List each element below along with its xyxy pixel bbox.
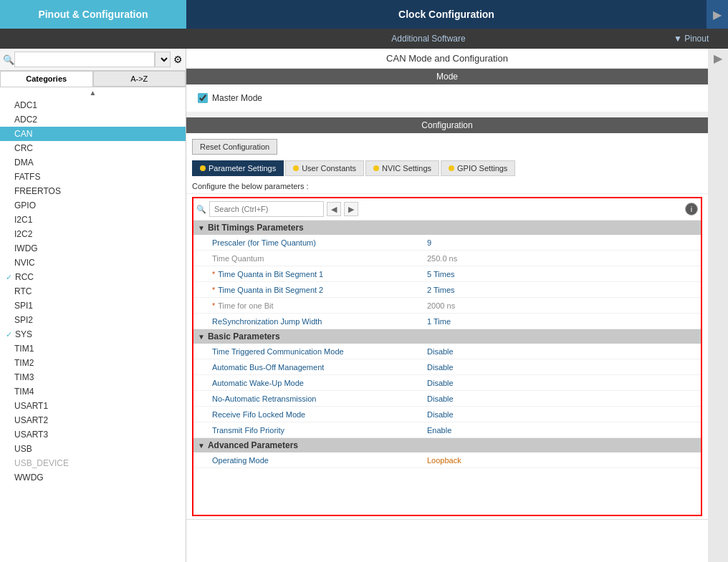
sidebar-item-iwdg[interactable]: IWDG [0, 241, 186, 256]
params-next-button[interactable]: ▶ [344, 202, 358, 216]
config-tab-user[interactable]: User Constants [285, 160, 364, 176]
param-row[interactable]: Time Triggered Communication ModeDisable [193, 344, 701, 359]
param-name: Time Quantum [198, 254, 427, 263]
config-buttons-row: Reset Configuration [186, 133, 708, 160]
master-mode-row: Master Mode [198, 93, 696, 103]
param-row[interactable]: ReSynchronization Jump Width1 Time [193, 314, 701, 329]
sidebar-item-spi1[interactable]: SPI1 [0, 299, 186, 313]
param-row[interactable]: Automatic Wake-Up ModeDisable [193, 375, 701, 391]
mode-content: Master Mode [186, 84, 708, 112]
sidebar-items-list: ADC1ADC2CANCRCDMAFATFSFREERTOSGPIOI2C1I2… [0, 98, 186, 562]
user-tab-label: User Constants [302, 164, 356, 173]
scroll-handle[interactable]: ▶ [714, 52, 722, 65]
sidebar-search-input[interactable] [14, 52, 155, 67]
param-row[interactable]: *Time Quanta in Bit Segment 15 Times [193, 266, 701, 282]
sidebar-item-gpio[interactable]: GPIO [0, 198, 186, 213]
gear-icon[interactable]: ⚙ [173, 54, 183, 65]
asterisk-icon: * [212, 286, 215, 294]
sidebar-item-tim3[interactable]: TIM3 [0, 370, 186, 384]
param-row[interactable]: Prescaler (for Time Quantum)9 [193, 235, 701, 251]
param-row[interactable]: Transmit Fifo PriorityEnable [193, 422, 701, 438]
sidebar-item-label-tim3: TIM3 [14, 372, 34, 382]
sidebar-item-tim4[interactable]: TIM4 [0, 384, 186, 399]
config-tab-gpio[interactable]: GPIO Settings [441, 160, 515, 176]
sidebar-item-label-i2c2: I2C2 [14, 229, 32, 239]
right-panel: ▶ [708, 49, 728, 562]
sidebar-item-adc1[interactable]: ADC1 [0, 98, 186, 112]
sidebar-item-label-usb_device: USB_DEVICE [14, 458, 69, 468]
sidebar-item-nvic[interactable]: NVIC [0, 256, 186, 270]
nvic-tab-label: NVIC Settings [382, 164, 431, 173]
config-tab-nvic[interactable]: NVIC Settings [365, 160, 439, 176]
param-name: Operating Mode [198, 456, 427, 465]
param-name: No-Automatic Retransmission [198, 394, 427, 403]
params-prev-button[interactable]: ◀ [327, 202, 341, 216]
param-value: Enable [427, 426, 696, 435]
param-name: Automatic Wake-Up Mode [198, 379, 427, 387]
param-row[interactable]: Receive Fifo Locked ModeDisable [193, 407, 701, 422]
config-content: Reset Configuration Parameter SettingsUs… [186, 133, 708, 562]
sidebar-item-tim1[interactable]: TIM1 [0, 341, 186, 356]
master-mode-checkbox[interactable] [198, 93, 208, 103]
main-content: CAN Mode and Configuration Mode Master M… [186, 49, 708, 562]
param-name: *Time for one Bit [198, 301, 427, 310]
parameter-tab-dot [200, 165, 206, 171]
header-right-button[interactable]: ▶ [707, 0, 728, 29]
collapse-icon: ▼ [198, 224, 205, 232]
tab-az[interactable]: A->Z [93, 71, 186, 87]
section-header-basic-params[interactable]: ▼Basic Parameters [193, 329, 701, 344]
param-row[interactable]: Time Quantum250.0 ns [193, 251, 701, 266]
pinout-nav-label: ▼ Pinout [671, 29, 728, 49]
sidebar-item-sys[interactable]: ✓SYS [0, 327, 186, 341]
param-row[interactable]: *Time Quanta in Bit Segment 22 Times [193, 282, 701, 298]
sidebar-item-label-can: CAN [14, 129, 32, 139]
param-row[interactable]: No-Automatic RetransmissionDisable [193, 391, 701, 407]
param-value: Disable [427, 410, 696, 419]
tab-categories[interactable]: Categories [0, 71, 93, 87]
sidebar-item-usart1[interactable]: USART1 [0, 399, 186, 413]
sidebar-item-dma[interactable]: DMA [0, 155, 186, 170]
params-search-input[interactable] [209, 201, 324, 217]
param-row[interactable]: *Time for one Bit2000 ns [193, 298, 701, 314]
sidebar-item-adc2[interactable]: ADC2 [0, 112, 186, 127]
param-value: Loopback [427, 456, 696, 465]
params-info-button[interactable]: i [685, 203, 698, 215]
sidebar-item-wwdg[interactable]: WWDG [0, 470, 186, 485]
sidebar-item-label-freertos: FREERTOS [14, 186, 61, 196]
section-header-advanced-params[interactable]: ▼Advanced Parameters [193, 438, 701, 452]
sidebar-item-rcc[interactable]: ✓RCC [0, 270, 186, 284]
sidebar-item-usart3[interactable]: USART3 [0, 427, 186, 442]
param-value: 1 Time [427, 317, 696, 326]
asterisk-icon: * [212, 270, 215, 278]
sidebar-search-dropdown[interactable] [155, 52, 171, 67]
sidebar-scroll-up[interactable]: ▲ [0, 87, 186, 98]
sidebar-item-label-gpio: GPIO [14, 200, 36, 210]
sidebar-item-spi2[interactable]: SPI2 [0, 313, 186, 327]
sidebar-item-freertos[interactable]: FREERTOS [0, 184, 186, 198]
sidebar-item-usb[interactable]: USB [0, 442, 186, 456]
param-value: 2 Times [427, 286, 696, 294]
config-tab-parameter[interactable]: Parameter Settings [192, 160, 284, 176]
sidebar-item-crc[interactable]: CRC [0, 141, 186, 155]
clock-config-title: Clock Configuration [398, 9, 494, 20]
sidebar-item-usb_device[interactable]: USB_DEVICE [0, 456, 186, 470]
param-row[interactable]: Automatic Bus-Off ManagementDisable [193, 359, 701, 375]
sidebar-item-rtc[interactable]: RTC [0, 284, 186, 299]
sidebar-item-label-iwdg: IWDG [14, 243, 38, 253]
params-search-icon: 🔍 [196, 205, 206, 214]
sidebar-item-i2c1[interactable]: I2C1 [0, 213, 186, 227]
reset-config-button[interactable]: Reset Configuration [192, 139, 277, 155]
collapse-icon: ▼ [198, 333, 205, 341]
mode-header: Mode [186, 69, 708, 84]
sidebar-item-fatfs[interactable]: FATFS [0, 170, 186, 184]
additional-software-label: Additional Software [186, 29, 671, 49]
sidebar-item-usart2[interactable]: USART2 [0, 413, 186, 427]
param-name: Receive Fifo Locked Mode [198, 410, 427, 419]
section-header-bit-timings[interactable]: ▼Bit Timings Parameters [193, 221, 701, 235]
param-value: 2000 ns [427, 301, 696, 310]
sidebar-item-i2c2[interactable]: I2C2 [0, 227, 186, 241]
param-row[interactable]: Operating ModeLoopback [193, 452, 701, 468]
sidebar-item-tim2[interactable]: TIM2 [0, 356, 186, 370]
sidebar-item-can[interactable]: CAN [0, 127, 186, 141]
pinout-config-title: Pinout & Configuration [38, 9, 148, 20]
